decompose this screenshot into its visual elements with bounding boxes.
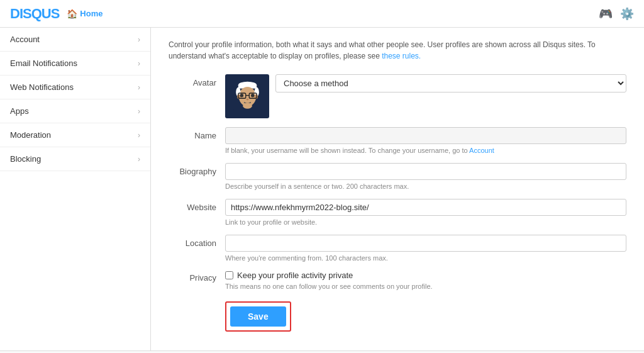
save-button[interactable]: Save bbox=[230, 306, 286, 327]
sidebar-item-apps[interactable]: Apps › bbox=[0, 99, 150, 123]
privacy-content: Keep your profile activity private This … bbox=[225, 271, 626, 290]
chevron-icon: › bbox=[138, 131, 140, 140]
chevron-icon: › bbox=[138, 107, 140, 116]
svg-point-11 bbox=[240, 93, 243, 97]
account-link[interactable]: Account bbox=[469, 147, 494, 154]
sidebar: Account › Email Notifications › Web Noti… bbox=[0, 28, 151, 350]
name-label: Name bbox=[169, 127, 225, 140]
these-rules-link[interactable]: these rules. bbox=[382, 52, 421, 60]
sidebar-item-account[interactable]: Account › bbox=[0, 28, 150, 52]
svg-point-13 bbox=[246, 98, 248, 100]
location-row: Location Where you're commenting from. 1… bbox=[169, 235, 626, 262]
name-row: Name If blank, your username will be sho… bbox=[169, 127, 626, 154]
sidebar-item-account-label: Account bbox=[10, 35, 40, 44]
header-right: 🎮 ⚙️ bbox=[599, 7, 634, 21]
home-link[interactable]: 🏠 Home bbox=[67, 9, 103, 19]
avatar-image bbox=[225, 74, 269, 118]
biography-content: Describe yourself in a sentence or two. … bbox=[225, 163, 626, 190]
biography-hint: Describe yourself in a sentence or two. … bbox=[225, 182, 626, 190]
sidebar-item-email-notifications[interactable]: Email Notifications › bbox=[0, 52, 150, 76]
main-content: Control your profile information, both w… bbox=[151, 28, 644, 350]
sidebar-item-web-notifications[interactable]: Web Notifications › bbox=[0, 76, 150, 99]
privacy-checkbox[interactable] bbox=[225, 271, 233, 279]
settings-icon[interactable]: ⚙️ bbox=[620, 7, 634, 21]
avatar-icon[interactable]: 🎮 bbox=[599, 7, 613, 21]
sidebar-item-blocking[interactable]: Blocking › bbox=[0, 147, 150, 171]
biography-row: Biography Describe yourself in a sentenc… bbox=[169, 163, 626, 190]
location-label: Location bbox=[169, 235, 225, 248]
sidebar-item-blocking-label: Blocking bbox=[10, 154, 41, 164]
name-input[interactable] bbox=[225, 127, 626, 144]
chevron-icon: › bbox=[138, 155, 140, 164]
avatar-svg bbox=[230, 79, 265, 114]
location-hint: Where you're commenting from. 100 charac… bbox=[225, 254, 626, 262]
sidebar-item-moderation-label: Moderation bbox=[10, 130, 51, 140]
website-label: Website bbox=[169, 199, 225, 212]
chevron-icon: › bbox=[138, 35, 140, 44]
home-icon: 🏠 bbox=[67, 9, 77, 19]
privacy-row: Privacy Keep your profile activity priva… bbox=[169, 271, 626, 290]
footer: The web's community of communities · Dis… bbox=[0, 350, 644, 353]
name-hint: If blank, your username will be shown in… bbox=[225, 147, 626, 154]
website-content: Link to your profile or website. bbox=[225, 199, 626, 226]
avatar-content: Choose a method Upload image Link to ima… bbox=[225, 74, 626, 118]
website-hint: Link to your profile or website. bbox=[225, 218, 626, 226]
svg-point-12 bbox=[251, 93, 255, 97]
sidebar-item-email-notifications-label: Email Notifications bbox=[10, 59, 77, 68]
chevron-icon: › bbox=[138, 83, 140, 92]
location-content: Where you're commenting from. 100 charac… bbox=[225, 235, 626, 262]
biography-label: Biography bbox=[169, 163, 225, 176]
privacy-check-label[interactable]: Keep your profile activity private bbox=[225, 271, 626, 280]
header-left: DISQUS 🏠 Home bbox=[10, 6, 103, 22]
layout: Account › Email Notifications › Web Noti… bbox=[0, 28, 644, 350]
sidebar-item-moderation[interactable]: Moderation › bbox=[0, 123, 150, 147]
avatar-select[interactable]: Choose a method Upload image Link to ima… bbox=[275, 74, 626, 92]
location-input[interactable] bbox=[225, 235, 626, 252]
name-content: If blank, your username will be shown in… bbox=[225, 127, 626, 154]
svg-point-14 bbox=[243, 103, 252, 108]
sidebar-item-apps-label: Apps bbox=[10, 106, 29, 116]
save-button-wrapper: Save bbox=[225, 301, 291, 332]
sidebar-item-web-notifications-label: Web Notifications bbox=[10, 82, 74, 92]
avatar-row: Avatar bbox=[169, 74, 626, 118]
privacy-hint: This means no one can follow you or see … bbox=[225, 283, 626, 290]
website-input[interactable] bbox=[225, 199, 626, 216]
profile-description: Control your profile information, both w… bbox=[169, 39, 626, 62]
website-row: Website Link to your profile or website. bbox=[169, 199, 626, 226]
avatar-label: Avatar bbox=[169, 74, 225, 87]
header: DISQUS 🏠 Home 🎮 ⚙️ bbox=[0, 0, 644, 28]
privacy-label: Privacy bbox=[169, 271, 225, 283]
chevron-icon: › bbox=[138, 59, 140, 68]
home-label: Home bbox=[80, 9, 103, 18]
avatar-select-wrapper: Choose a method Upload image Link to ima… bbox=[275, 74, 626, 92]
save-area: Save bbox=[225, 301, 626, 332]
biography-input[interactable] bbox=[225, 163, 626, 180]
disqus-logo: DISQUS bbox=[10, 6, 59, 22]
privacy-check-text: Keep your profile activity private bbox=[237, 271, 353, 280]
